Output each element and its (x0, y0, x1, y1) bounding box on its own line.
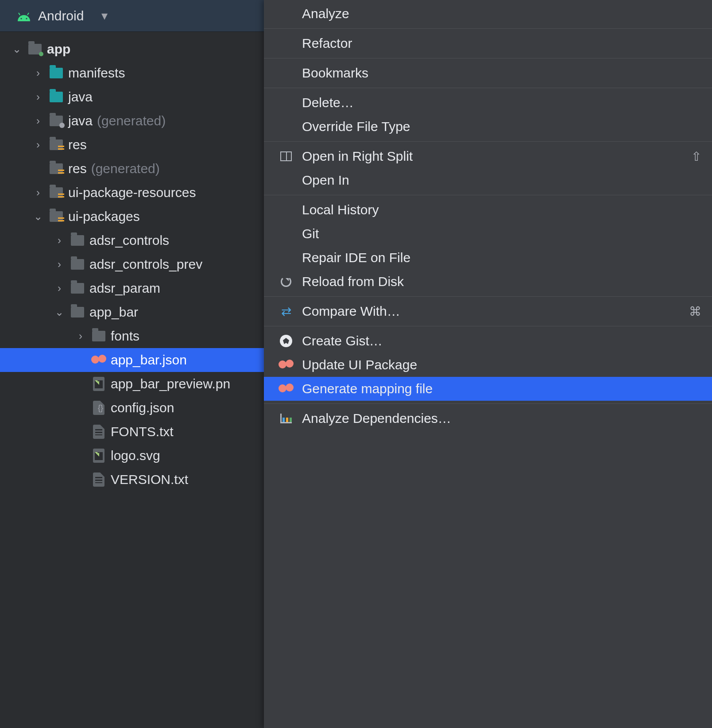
json-file-icon (91, 352, 106, 368)
ui-package-icon (278, 383, 294, 394)
menu-label: Open in Right Split (302, 149, 683, 164)
tree-label-suffix: (generated) (91, 161, 160, 176)
svg-point-0 (20, 18, 22, 19)
menu-separator (264, 88, 712, 88)
menu-label: Bookmarks (302, 66, 693, 81)
menu-analyze[interactable]: Analyze (264, 2, 712, 26)
svg-point-1 (26, 18, 27, 19)
chevron-right-icon[interactable]: › (53, 258, 66, 271)
menu-separator (264, 141, 712, 142)
menu-reload-from-disk[interactable]: Reload from Disk (264, 270, 712, 294)
chevron-down-icon[interactable]: ⌄ (32, 210, 44, 223)
chevron-right-icon[interactable]: › (32, 139, 44, 151)
menu-local-history[interactable]: Local History (264, 198, 712, 222)
menu-git[interactable]: Git (264, 222, 712, 246)
menu-create-gist[interactable]: Create Gist… (264, 329, 712, 353)
chevron-right-icon[interactable]: › (74, 330, 87, 342)
menu-repair-ide[interactable]: Repair IDE on File (264, 246, 712, 270)
tree-label: java (68, 113, 93, 128)
tree-label: adsr_param (89, 281, 160, 296)
context-menu: Analyze Refactor Bookmarks Delete… Overr… (264, 0, 712, 728)
menu-separator (264, 403, 712, 404)
chevron-right-icon[interactable]: › (32, 91, 44, 103)
compare-icon: ⇄ (278, 304, 294, 319)
menu-open-in[interactable]: Open In (264, 168, 712, 192)
resource-folder-icon (49, 137, 64, 152)
menu-separator (264, 296, 712, 297)
menu-separator (264, 326, 712, 326)
tree-label: adsr_controls_prev (89, 257, 202, 272)
tree-label: app_bar (89, 305, 138, 320)
menu-label: Delete… (302, 95, 701, 110)
chevron-right-icon[interactable]: › (53, 234, 66, 247)
folder-icon (70, 233, 85, 248)
tree-label: res (68, 137, 87, 152)
menu-label: Open In (302, 173, 693, 188)
chevron-right-icon[interactable]: › (53, 282, 66, 294)
menu-label: Create Gist… (302, 333, 701, 349)
ui-package-icon (278, 360, 294, 370)
tree-label: logo.svg (111, 448, 160, 463)
config-file-icon (91, 400, 106, 415)
tree-label: manifests (68, 66, 125, 81)
menu-label: Repair IDE on File (302, 250, 701, 265)
tree-label: VERSION.txt (111, 472, 188, 487)
resource-folder-icon (49, 185, 64, 200)
tree-label: ui-package-resources (68, 185, 196, 200)
menu-label: Analyze Dependencies… (302, 411, 701, 426)
menu-override-file-type[interactable]: Override File Type (264, 115, 712, 139)
reload-icon (278, 276, 294, 287)
tree-label: fonts (111, 329, 139, 344)
menu-label: Git (302, 226, 693, 241)
tree-label: ui-packages (68, 209, 140, 224)
text-file-icon (91, 472, 106, 487)
chart-icon (278, 414, 294, 423)
resource-folder-icon (49, 161, 64, 176)
menu-refactor[interactable]: Refactor (264, 31, 712, 55)
chevron-right-icon[interactable]: › (32, 115, 44, 127)
module-folder-icon (27, 42, 43, 57)
tree-label: java (68, 89, 93, 105)
github-icon (278, 335, 294, 347)
chevron-down-icon[interactable]: ▾ (101, 8, 108, 23)
folder-icon (49, 89, 64, 105)
project-view-label: Android (38, 8, 84, 23)
menu-bookmarks[interactable]: Bookmarks (264, 61, 712, 85)
menu-separator (264, 58, 712, 58)
split-icon (278, 151, 294, 161)
menu-shortcut: ⌘ (689, 304, 701, 319)
folder-icon (70, 281, 85, 296)
tree-label: FONTS.txt (111, 424, 174, 439)
menu-label: Reload from Disk (302, 274, 701, 289)
tree-label: res (68, 161, 87, 176)
android-icon (16, 8, 32, 24)
chevron-right-icon[interactable]: › (32, 186, 44, 199)
menu-label: Override File Type (302, 119, 701, 134)
menu-separator (264, 195, 712, 195)
menu-label: Update UI Package (302, 357, 701, 372)
menu-separator (264, 28, 712, 29)
menu-label: Generate mapping file (302, 381, 701, 396)
menu-label: Local History (302, 202, 693, 217)
chevron-right-icon[interactable]: › (32, 67, 44, 79)
menu-delete[interactable]: Delete… (264, 91, 712, 115)
menu-open-right-split[interactable]: Open in Right Split ⇧ (264, 144, 712, 168)
tree-label: adsr_controls (89, 233, 169, 248)
menu-analyze-dependencies[interactable]: Analyze Dependencies… (264, 407, 712, 430)
menu-generate-mapping-file[interactable]: Generate mapping file (264, 377, 712, 401)
tree-label: app_bar_preview.pn (111, 376, 230, 391)
image-file-icon (91, 376, 106, 391)
folder-icon (70, 305, 85, 320)
resource-folder-icon (49, 209, 64, 224)
tree-label: config.json (111, 400, 174, 415)
menu-update-ui-package[interactable]: Update UI Package (264, 353, 712, 377)
folder-icon (91, 329, 106, 344)
tree-label-suffix: (generated) (97, 113, 166, 128)
chevron-down-icon[interactable]: ⌄ (11, 43, 23, 55)
chevron-down-icon[interactable]: ⌄ (53, 306, 66, 318)
menu-compare-with[interactable]: ⇄ Compare With… ⌘ (264, 299, 712, 323)
image-file-icon (91, 448, 106, 463)
folder-icon (49, 66, 64, 81)
menu-label: Analyze (302, 6, 693, 21)
menu-label: Refactor (302, 36, 693, 51)
